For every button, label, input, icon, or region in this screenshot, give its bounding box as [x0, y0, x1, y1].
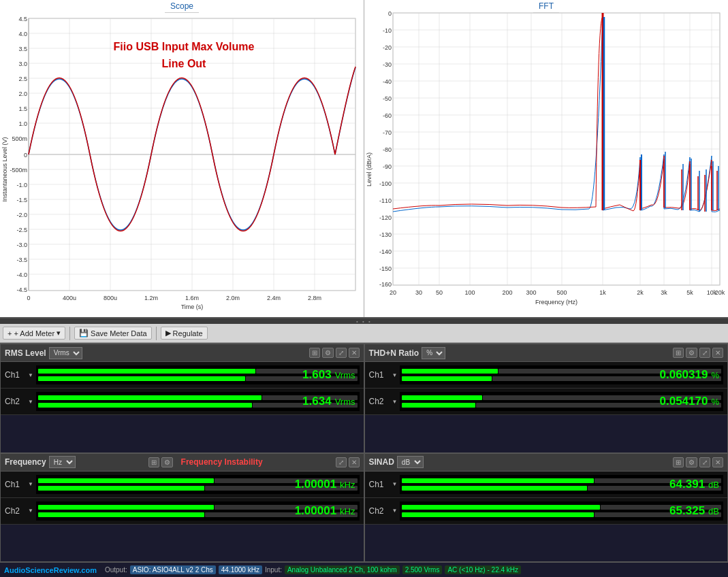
svg-text:-4.0: -4.0 — [16, 271, 27, 278]
thd-ch2-block: Ch2 ▼ 0.054170 — [365, 389, 728, 415]
rms-title: RMS Level — [5, 348, 46, 358]
svg-text:400u: 400u — [63, 295, 76, 301]
svg-text:500: 500 — [556, 289, 567, 296]
rms-ch2-unit: Vrms — [335, 397, 355, 407]
thd-ch1-arrow: ▼ — [392, 372, 398, 378]
freq-controls: ⊞ ⚙ — [148, 457, 173, 467]
svg-text:-100: -100 — [379, 180, 392, 187]
svg-text:-500m: -500m — [10, 167, 27, 174]
svg-text:-160: -160 — [379, 281, 392, 288]
regulate-button[interactable]: ▶ Regulate — [161, 327, 208, 340]
sinad-icon-btn[interactable]: ⊞ — [673, 457, 684, 467]
freq-header: Frequency Hz ⊞ ⚙ Frequency Instability ⤢… — [1, 454, 364, 472]
freq-ch2-display: 1.00001 kHz — [36, 501, 360, 521]
freq-expand-btn[interactable]: ⤢ — [336, 457, 347, 467]
svg-text:4.0: 4.0 — [18, 31, 27, 37]
freq-ch1-unit: kHz — [340, 480, 355, 490]
svg-text:Frequency (Hz): Frequency (Hz) — [535, 299, 577, 306]
svg-text:800u: 800u — [104, 295, 117, 301]
add-meter-button[interactable]: + + Add Meter ▾ — [3, 327, 65, 340]
sinad-ch2-block: Ch2 ▼ 65.325 d — [365, 498, 728, 525]
freq-title: Frequency — [5, 457, 46, 467]
sinad-expand-btn[interactable]: ⤢ — [699, 457, 710, 467]
freq-icon-btn[interactable]: ⊞ — [148, 457, 159, 467]
rms-ch2-display: 1.634 Vrms — [36, 392, 360, 411]
status-bar: AudioScienceReview.com Output: ASIO: ASI… — [0, 562, 728, 577]
svg-text:0: 0 — [24, 152, 27, 159]
thd-ch2-arrow: ▼ — [392, 399, 398, 405]
freq-ch1-label: Ch1 — [5, 480, 25, 489]
meters-grid: RMS Level Vrms ⊞ ⚙ ⤢ ✕ Ch1 ▼ — [0, 343, 728, 562]
plus-icon: + — [7, 329, 12, 337]
rms-ch2-row: Ch2 ▼ 1.634 Vr — [5, 392, 360, 411]
rms-settings-btn[interactable]: ⚙ — [322, 348, 334, 358]
rms-ch1-block: Ch1 ▼ 1.603 Vr — [1, 362, 364, 389]
freq-ch1-value: 1.00001 — [295, 478, 336, 491]
sinad-unit-select[interactable]: dB — [397, 456, 424, 468]
toolbar: + + Add Meter ▾ 💾 Save Meter Data ▶ Regu… — [0, 324, 728, 343]
ac-status: AC (<10 Hz) - 22.4 kHz — [445, 565, 521, 574]
toolbar-separator-1 — [69, 327, 70, 340]
svg-text:20k: 20k — [715, 289, 725, 296]
sinad-close-btn[interactable]: ✕ — [712, 457, 723, 467]
fft-chart: Level (dBrA) 0 -10 -20 -30 — [364, 0, 728, 317]
fft-title: FFT — [533, 0, 559, 13]
thd-unit-select[interactable]: % — [422, 347, 445, 359]
rms-ch1-unit: Vrms — [335, 370, 355, 380]
sinad-ch1-label: Ch1 — [369, 480, 390, 489]
svg-text:-2.5: -2.5 — [16, 227, 27, 233]
sinad-ch1-block: Ch1 ▼ 64.391 d — [365, 472, 728, 498]
sinad-ch2-row: Ch2 ▼ 65.325 d — [369, 501, 724, 521]
svg-text:-2.0: -2.0 — [16, 212, 27, 218]
rms-expand-btn[interactable]: ⤢ — [336, 348, 347, 358]
thd-settings-btn[interactable]: ⚙ — [686, 348, 697, 358]
svg-text:2.0: 2.0 — [18, 90, 27, 97]
scope-y-label: Instantaneous Level (V) — [1, 137, 8, 201]
svg-text:4.5: 4.5 — [18, 16, 27, 22]
sinad-controls: ⊞ ⚙ ⤢ ✕ — [673, 457, 723, 467]
panel-divider[interactable]: • • • — [0, 318, 728, 324]
svg-text:1.6m: 1.6m — [185, 295, 199, 301]
output-value: ASIO: ASIO4ALL v2 2 Chs — [130, 565, 216, 574]
thd-ch1-label: Ch1 — [369, 370, 390, 380]
svg-text:-120: -120 — [379, 214, 392, 221]
svg-text:30: 30 — [415, 289, 422, 296]
rms-icon-btn[interactable]: ⊞ — [309, 348, 320, 358]
svg-text:500m: 500m — [12, 135, 27, 142]
svg-text:-90: -90 — [383, 163, 392, 170]
thd-panel: THD+N Ratio % ⊞ ⚙ ⤢ ✕ Ch1 ▼ — [364, 344, 729, 453]
rms-ch1-row: Ch1 ▼ 1.603 Vr — [5, 365, 360, 384]
freq-close-btn[interactable]: ✕ — [349, 457, 360, 467]
sinad-panel: SINAD dB ⊞ ⚙ ⤢ ✕ Ch1 ▼ — [364, 453, 729, 563]
svg-text:-3.0: -3.0 — [16, 242, 27, 248]
freq-ch1-row: Ch1 ▼ 1.00001 — [5, 475, 360, 494]
freq-settings-btn[interactable]: ⚙ — [161, 457, 173, 467]
freq-ch1-block: Ch1 ▼ 1.00001 — [1, 472, 364, 498]
rms-status: 2.500 Vrms — [402, 565, 443, 574]
sinad-settings-btn[interactable]: ⚙ — [686, 457, 697, 467]
save-data-button[interactable]: 💾 Save Meter Data — [74, 327, 152, 340]
sinad-header: SINAD dB ⊞ ⚙ ⤢ ✕ — [365, 454, 728, 472]
svg-text:1.2m: 1.2m — [144, 295, 158, 301]
freq-instability-warning: Frequency Instability — [181, 457, 263, 467]
thd-ch1-row: Ch1 ▼ 0.060319 — [369, 365, 724, 384]
regulate-label: Regulate — [173, 329, 203, 337]
svg-text:-4.5: -4.5 — [16, 286, 27, 293]
thd-close-btn[interactable]: ✕ — [712, 348, 723, 358]
freq-unit-select[interactable]: Hz — [49, 456, 76, 468]
rms-unit-select[interactable]: Vrms — [49, 347, 82, 359]
dropdown-arrow-icon: ▾ — [57, 329, 61, 337]
thd-icon-btn[interactable]: ⊞ — [673, 348, 684, 358]
svg-text:-60: -60 — [383, 112, 392, 119]
svg-text:1.0: 1.0 — [18, 120, 27, 127]
thd-ch1-value: 0.060319 — [660, 368, 708, 382]
sinad-ch1-row: Ch1 ▼ 64.391 d — [369, 475, 724, 494]
svg-text:-110: -110 — [379, 197, 392, 204]
thd-ch1-block: Ch1 ▼ 0.060319 — [365, 362, 728, 389]
rms-close-btn[interactable]: ✕ — [349, 348, 360, 358]
thd-expand-btn[interactable]: ⤢ — [699, 348, 710, 358]
thd-title: THD+N Ratio — [369, 348, 420, 358]
freq-ch2-unit: kHz — [340, 506, 355, 516]
svg-text:50: 50 — [436, 289, 443, 296]
svg-text:100: 100 — [464, 289, 475, 296]
